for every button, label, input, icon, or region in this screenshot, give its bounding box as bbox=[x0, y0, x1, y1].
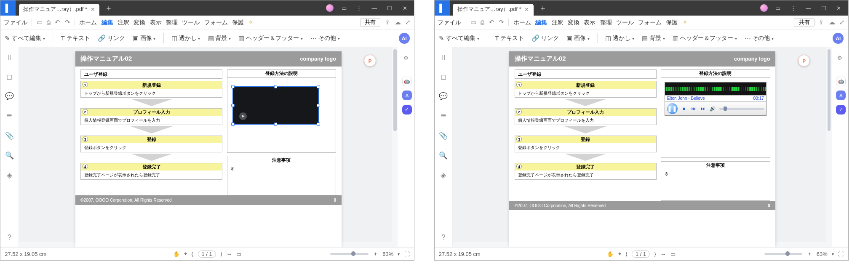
canvas[interactable]: P 操作マニュアル02 company logo ユーザ登録 1新規登録 トップ… bbox=[453, 47, 832, 247]
close-window-button[interactable]: ✕ bbox=[400, 5, 410, 11]
open-icon[interactable]: ▭ bbox=[470, 19, 476, 26]
list-icon[interactable]: ≣ bbox=[441, 112, 446, 120]
menu-file[interactable]: ファイル bbox=[438, 19, 461, 27]
chat-icon[interactable]: ▭ bbox=[773, 5, 783, 11]
close-icon[interactable]: ✕ bbox=[524, 6, 529, 13]
menu-tools[interactable]: ツール bbox=[182, 19, 200, 27]
image-button[interactable]: ▣画像▾ bbox=[133, 34, 156, 42]
layers-icon[interactable]: ◈ bbox=[7, 171, 12, 180]
comment-icon[interactable]: 💬 bbox=[439, 92, 448, 101]
expand-icon[interactable]: ⤢ bbox=[405, 19, 411, 26]
thumbnail-icon[interactable]: ▯ bbox=[8, 53, 11, 61]
canvas[interactable]: P 操作マニュアル02 company logo ユーザ登録 1新規登録 トップ… bbox=[19, 47, 398, 247]
chat-icon[interactable]: ▭ bbox=[339, 5, 349, 11]
vertical-scrollbar[interactable] bbox=[392, 47, 398, 247]
ai-button[interactable]: AI bbox=[399, 33, 410, 44]
fit-page-icon[interactable]: ▭ bbox=[670, 251, 676, 257]
bot-icon[interactable]: 🤖 bbox=[836, 77, 846, 86]
maximize-button[interactable]: ☐ bbox=[385, 5, 394, 11]
menu-home[interactable]: ホーム bbox=[79, 19, 97, 27]
text-button[interactable]: Tテキスト bbox=[495, 34, 524, 42]
fit-page-icon[interactable]: ▭ bbox=[236, 251, 241, 257]
select-tool-icon[interactable]: ⌖ bbox=[618, 250, 621, 257]
menu-organize[interactable]: 整理 bbox=[166, 19, 178, 27]
search-icon[interactable]: 🔍 bbox=[5, 151, 14, 160]
undo-icon[interactable]: ↶ bbox=[55, 19, 60, 26]
expand-icon[interactable]: ⤢ bbox=[839, 19, 845, 26]
resize-handle[interactable] bbox=[274, 123, 278, 126]
vertical-scrollbar[interactable] bbox=[826, 47, 832, 247]
watermark-button[interactable]: ◫透かし▾ bbox=[171, 34, 200, 42]
menu-form[interactable]: フォーム bbox=[638, 19, 662, 27]
avatar[interactable] bbox=[760, 4, 768, 12]
prev-page-icon[interactable]: ⟨ bbox=[191, 251, 193, 257]
translate-icon[interactable]: A bbox=[402, 91, 412, 100]
menu-edit[interactable]: 編集 bbox=[535, 19, 547, 27]
header-footer-button[interactable]: ▥ヘッダー＆フッター▾ bbox=[238, 34, 303, 42]
fullscreen-icon[interactable]: ⛶ bbox=[838, 251, 844, 257]
attachment-icon[interactable]: 📎 bbox=[5, 131, 14, 140]
resize-handle[interactable] bbox=[317, 104, 320, 107]
menu-home[interactable]: ホーム bbox=[513, 19, 531, 27]
menu-view[interactable]: 表示 bbox=[584, 19, 596, 27]
menu-organize[interactable]: 整理 bbox=[600, 19, 612, 27]
link-button[interactable]: 🔗リンク bbox=[98, 34, 125, 42]
list-icon[interactable]: ≣ bbox=[6, 112, 12, 120]
menu-tools[interactable]: ツール bbox=[616, 19, 634, 27]
resize-handle[interactable] bbox=[317, 123, 320, 126]
share-button[interactable]: 共有 bbox=[794, 18, 815, 27]
fullscreen-icon[interactable]: ⛶ bbox=[404, 251, 410, 257]
edit-all-button[interactable]: ✎すべて編集▾ bbox=[5, 34, 45, 42]
menu-convert[interactable]: 変換 bbox=[134, 19, 145, 27]
stop-button[interactable]: ■ bbox=[681, 105, 687, 112]
check-icon[interactable]: ✓ bbox=[836, 105, 846, 115]
background-button[interactable]: ▤背景▾ bbox=[208, 34, 231, 42]
watermark-button[interactable]: ◫透かし▾ bbox=[605, 34, 634, 42]
close-window-button[interactable]: ✕ bbox=[834, 5, 844, 11]
zoom-slider[interactable] bbox=[330, 253, 368, 255]
print-icon[interactable]: ⎙ bbox=[481, 19, 484, 26]
volume-icon[interactable]: 🔊 bbox=[710, 105, 716, 112]
menu-annotate[interactable]: 注釈 bbox=[118, 19, 129, 27]
check-icon[interactable]: ✓ bbox=[402, 105, 412, 115]
new-tab-button[interactable]: ＋ bbox=[539, 3, 547, 13]
menu-form[interactable]: フォーム bbox=[204, 19, 228, 27]
prev-track-button[interactable]: ⏮ bbox=[690, 105, 697, 112]
attachment-icon[interactable]: 📎 bbox=[439, 131, 448, 140]
search-icon[interactable]: 🔍 bbox=[439, 151, 448, 160]
pause-button[interactable]: ❚❚ bbox=[667, 103, 678, 114]
cloud-icon-2[interactable]: ☁ bbox=[829, 19, 835, 26]
resize-handle[interactable] bbox=[231, 85, 235, 88]
resize-handle[interactable] bbox=[274, 85, 278, 88]
zoom-out-icon[interactable]: − bbox=[323, 251, 326, 257]
page-indicator[interactable]: 1 / 1 bbox=[632, 250, 650, 258]
cloud-icon-1[interactable]: ⇪ bbox=[819, 19, 824, 26]
seek-slider[interactable] bbox=[719, 108, 764, 110]
zoom-out-icon[interactable]: − bbox=[757, 251, 760, 257]
open-icon[interactable]: ▭ bbox=[37, 19, 43, 26]
next-page-icon[interactable]: ⟩ bbox=[220, 251, 222, 257]
bulb-icon[interactable]: ✧ bbox=[248, 19, 254, 26]
prev-page-icon[interactable]: ⟨ bbox=[625, 251, 628, 257]
print-icon[interactable]: ⎙ bbox=[47, 19, 51, 26]
menu-convert[interactable]: 変換 bbox=[568, 19, 580, 27]
page-indicator[interactable]: 1 / 1 bbox=[198, 250, 216, 258]
hand-tool-icon[interactable]: ✋ bbox=[173, 251, 180, 257]
menu-protect[interactable]: 保護 bbox=[666, 19, 678, 27]
redo-icon[interactable]: ↷ bbox=[65, 19, 70, 26]
fit-width-icon[interactable]: ↔ bbox=[227, 251, 232, 257]
translate-icon[interactable]: A bbox=[836, 91, 846, 100]
menu-protect[interactable]: 保護 bbox=[232, 19, 244, 27]
media-player[interactable]: Elton John - Believe 00:17 ❚❚ ■ ⏮ ⏭ 🔊 bbox=[665, 82, 767, 116]
image-button[interactable]: ▣画像▾ bbox=[566, 34, 590, 42]
maximize-button[interactable]: ☐ bbox=[819, 5, 828, 11]
minimize-button[interactable]: — bbox=[804, 5, 813, 11]
undo-icon[interactable]: ↶ bbox=[489, 19, 494, 26]
cloud-icon-1[interactable]: ⇪ bbox=[385, 19, 390, 26]
sliders-icon[interactable]: ⚙ bbox=[834, 53, 845, 64]
header-footer-button[interactable]: ▥ヘッダー＆フッター▾ bbox=[673, 34, 737, 42]
resize-handle[interactable] bbox=[317, 85, 320, 88]
zoom-in-icon[interactable]: ＋ bbox=[807, 250, 812, 258]
avatar[interactable] bbox=[326, 4, 334, 12]
zoom-slider[interactable] bbox=[764, 253, 802, 255]
